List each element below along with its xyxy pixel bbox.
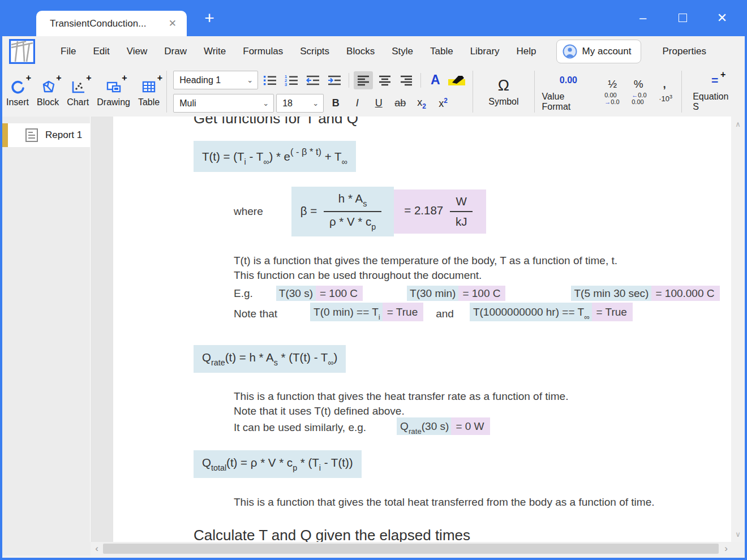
fraction-format-button[interactable]: ½ bbox=[603, 78, 622, 91]
font-family-select[interactable]: Muli ⌄ bbox=[173, 94, 274, 113]
strikethrough-button[interactable]: ab bbox=[390, 94, 410, 113]
inline-result[interactable]: T(1000000000 hr) == T∞= True bbox=[470, 306, 633, 321]
menu-scripts[interactable]: Scripts bbox=[291, 41, 338, 62]
menu-file[interactable]: File bbox=[52, 41, 84, 62]
insert-button[interactable]: + Insert bbox=[2, 67, 33, 117]
menu-write[interactable]: Write bbox=[195, 41, 234, 62]
equation-beta[interactable]: β = h * Asρ * V * cp bbox=[291, 187, 394, 236]
page-gutter bbox=[91, 117, 113, 542]
horizontal-scrollbar-row: ‹ › bbox=[2, 542, 745, 555]
maximize-button[interactable] bbox=[675, 11, 690, 25]
subscript-button[interactable]: x2 bbox=[412, 94, 431, 113]
font-color-button[interactable]: A bbox=[426, 71, 445, 89]
note-line[interactable]: Note that T(0 min) == Ti= True and T(100… bbox=[234, 306, 731, 321]
align-left-button[interactable] bbox=[354, 71, 373, 89]
sidebar-item-report-1[interactable]: Report 1 bbox=[2, 123, 90, 147]
inline-result[interactable]: T(30 min)= 100 C bbox=[407, 287, 505, 300]
tab-close-icon[interactable]: ✕ bbox=[166, 18, 179, 29]
scroll-left-icon[interactable]: ‹ bbox=[91, 543, 103, 554]
bold-icon: B bbox=[327, 97, 345, 109]
titlebar: TransientConduction... ✕ + – ✕ bbox=[2, 0, 745, 36]
arrow-left-icon: ← bbox=[632, 92, 638, 98]
scroll-up-icon[interactable]: ∧ bbox=[735, 120, 741, 128]
paragraph[interactable]: This is a function that gives the total … bbox=[234, 495, 731, 509]
highlight-button[interactable] bbox=[447, 71, 466, 89]
drawing-button[interactable]: + Drawing bbox=[93, 67, 134, 117]
bullet-list-button[interactable] bbox=[260, 71, 280, 89]
font-size-select[interactable]: 18 ⌄ bbox=[276, 94, 324, 113]
chevron-down-icon: ⌄ bbox=[307, 99, 319, 107]
drawing-icon bbox=[105, 79, 122, 95]
menu-properties[interactable]: Properties bbox=[663, 46, 706, 57]
bold-button[interactable]: B bbox=[326, 94, 345, 113]
paragraph[interactable]: Note that it uses T(t) defined above. bbox=[234, 404, 731, 418]
chart-button[interactable]: + Chart bbox=[63, 67, 93, 117]
menu-draw[interactable]: Draw bbox=[156, 41, 195, 62]
menu-view[interactable]: View bbox=[118, 41, 156, 62]
scientific-notation-button[interactable]: ·103 bbox=[659, 94, 672, 103]
align-center-button[interactable] bbox=[375, 71, 394, 89]
italic-icon: I bbox=[348, 97, 366, 109]
usage-line[interactable]: It can be used similarly, e.g. Qrate(30 … bbox=[234, 420, 731, 436]
inline-result[interactable]: T(0 min) == Ti= True bbox=[310, 306, 423, 321]
close-button[interactable]: ✕ bbox=[714, 11, 730, 25]
menu-style[interactable]: Style bbox=[383, 41, 422, 62]
block-button[interactable]: + Block bbox=[33, 67, 63, 117]
numbered-list-button[interactable]: 1 2 3 bbox=[282, 71, 301, 89]
equation-Q-rate[interactable]: Qrate(t) = h * As * (T(t) - T∞) bbox=[194, 345, 346, 373]
indent-button[interactable] bbox=[325, 71, 344, 89]
underline-button[interactable]: U bbox=[369, 94, 388, 113]
document-page[interactable]: Get functions for T and Q T(t) = (Ti - T… bbox=[113, 117, 731, 542]
table-icon bbox=[141, 79, 157, 95]
inline-result[interactable]: Qrate(30 s)= 0 W bbox=[397, 420, 490, 436]
horizontal-scrollbar[interactable]: ‹ › bbox=[91, 542, 745, 555]
section-heading[interactable]: Get functions for T and Q bbox=[194, 117, 731, 127]
menu-formulas[interactable]: Formulas bbox=[234, 41, 291, 62]
scroll-down-icon[interactable]: ∨ bbox=[735, 530, 741, 539]
paragraph[interactable]: This function can be used throughout the… bbox=[234, 268, 731, 282]
where-line[interactable]: where β = h * Asρ * V * cp= 2.187 WkJ bbox=[234, 187, 731, 236]
table-button[interactable]: + Table bbox=[134, 67, 164, 117]
my-account-label: My account bbox=[582, 46, 632, 57]
minimize-button[interactable]: – bbox=[635, 11, 651, 25]
menu-edit[interactable]: Edit bbox=[84, 41, 118, 62]
value-format-button[interactable]: 0.00 Value Format bbox=[542, 72, 595, 112]
bullet-list-icon bbox=[263, 74, 277, 87]
inline-result[interactable]: T(30 s)= 100 C bbox=[276, 287, 363, 300]
superscript-button[interactable]: x2 bbox=[433, 94, 453, 113]
equation-button[interactable]: = + Equation S bbox=[685, 67, 745, 117]
horizontal-scroll-thumb[interactable] bbox=[103, 544, 719, 554]
example-line[interactable]: E.g. T(30 s)= 100 C T(30 min)= 100 C T(5… bbox=[234, 287, 731, 300]
app-window: TransientConduction... ✕ + – ✕ File Edit… bbox=[0, 0, 747, 560]
menu-library[interactable]: Library bbox=[462, 41, 508, 62]
avatar-icon bbox=[563, 44, 577, 59]
italic-button[interactable]: I bbox=[347, 94, 367, 113]
increase-decimal-button[interactable]: ←0.0 0.00 bbox=[632, 92, 652, 105]
toolbar: + Insert + Block + Chart bbox=[2, 67, 745, 117]
inline-result[interactable]: T(5 min 30 sec)= 100.000 C bbox=[571, 287, 719, 300]
outdent-button[interactable] bbox=[303, 71, 323, 89]
align-right-button[interactable] bbox=[397, 71, 416, 89]
percent-format-button[interactable]: % bbox=[629, 78, 648, 91]
note-label: Note that bbox=[234, 308, 277, 320]
menu-help[interactable]: Help bbox=[508, 41, 545, 62]
highlighter-icon bbox=[448, 74, 466, 87]
decrease-decimal-button[interactable]: 0.00 →0.0 bbox=[604, 92, 625, 105]
vertical-scrollbar[interactable]: ∧ ∨ bbox=[731, 117, 745, 542]
menu-table[interactable]: Table bbox=[422, 41, 462, 62]
paragraph[interactable]: T(t) is a function that gives the temper… bbox=[234, 253, 731, 268]
underline-icon: U bbox=[370, 97, 388, 109]
paragraph-style-select[interactable]: Heading 1 ⌄ bbox=[173, 71, 258, 89]
thousands-separator-button[interactable]: , bbox=[655, 78, 674, 91]
scroll-right-icon[interactable]: › bbox=[720, 543, 732, 554]
section-heading[interactable]: Calculate T and Q given the elapsed time… bbox=[194, 527, 731, 542]
new-tab-button[interactable]: + bbox=[199, 8, 220, 28]
equation-T-of-t[interactable]: T(t) = (Ti - T∞) * e( - β * t) + T∞ bbox=[194, 141, 356, 172]
equation-Q-total[interactable]: Qtotal(t) = ρ * V * cp * (Ti - T(t)) bbox=[194, 450, 362, 478]
document-tab[interactable]: TransientConduction... ✕ bbox=[36, 11, 187, 36]
my-account-button[interactable]: My account bbox=[556, 40, 641, 63]
menu-blocks[interactable]: Blocks bbox=[338, 41, 383, 62]
symbol-button[interactable]: Ω Symbol bbox=[476, 67, 531, 117]
style-group: Heading 1 ⌄ 1 2 3 bbox=[170, 67, 470, 117]
paragraph[interactable]: This is a function that gives the heat t… bbox=[234, 389, 731, 403]
